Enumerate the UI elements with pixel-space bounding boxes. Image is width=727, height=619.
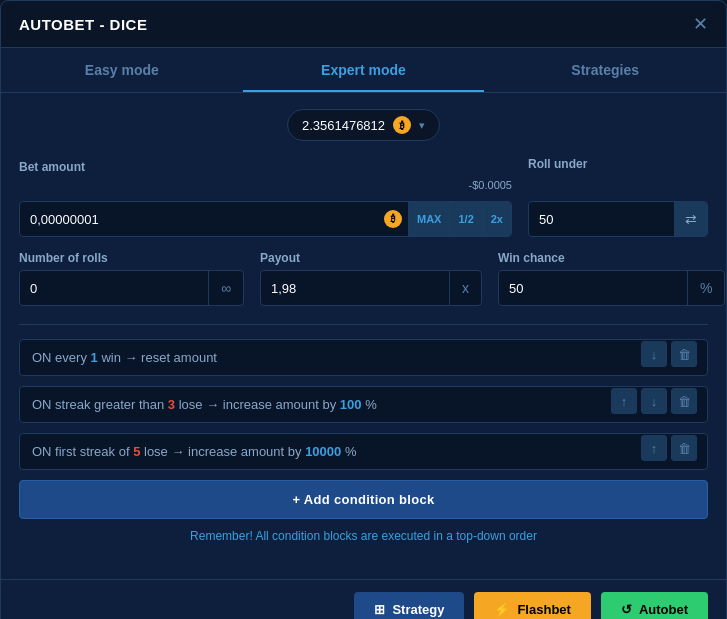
condition-block-2: ON streak greater than 3 lose → increase… <box>19 386 708 423</box>
coin-icon: ₿ <box>393 116 411 134</box>
strategy-label: Strategy <box>392 602 444 617</box>
close-button[interactable]: ✕ <box>693 15 708 33</box>
payout-input[interactable] <box>261 281 449 296</box>
infinity-symbol: ∞ <box>208 271 243 305</box>
autobet-modal: AUTOBET - DICE ✕ Easy mode Expert mode S… <box>0 0 727 619</box>
stats-row: Number of rolls ∞ Payout x Win chance % <box>19 251 708 306</box>
condition-3-delete-button[interactable]: 🗑 <box>671 435 697 461</box>
num-rolls-label: Number of rolls <box>19 251 244 265</box>
strategy-button[interactable]: ⊞ Strategy <box>354 592 464 619</box>
modal-footer: ⊞ Strategy ⚡ Flashbet ↺ Autobet <box>1 579 726 619</box>
half-button[interactable]: 1/2 <box>449 202 481 236</box>
condition-2-down-button[interactable]: ↓ <box>641 388 667 414</box>
tab-bar: Easy mode Expert mode Strategies <box>1 48 726 93</box>
num-rolls-input[interactable] <box>20 281 208 296</box>
tab-easy-mode[interactable]: Easy mode <box>1 48 243 92</box>
roll-under-input[interactable] <box>529 212 674 227</box>
balance-selector[interactable]: 2.3561476812 ₿ ▾ <box>287 109 440 141</box>
condition-block-1: ON every 1 win → reset amount ↓ 🗑 <box>19 339 708 376</box>
double-button[interactable]: 2x <box>482 202 511 236</box>
bet-hint: -$0.0005 <box>469 179 512 191</box>
roll-swap-button[interactable]: ⇄ <box>674 202 707 236</box>
tab-strategies[interactable]: Strategies <box>484 48 726 92</box>
condition-text-3: ON first streak of 5 lose → increase amo… <box>32 444 695 459</box>
bet-amount-group: Bet amount -$0.0005 ₿ MAX 1/2 2x <box>19 160 512 237</box>
bet-amount-input-row: ₿ MAX 1/2 2x <box>19 201 512 237</box>
condition-text-2: ON streak greater than 3 lose → increase… <box>32 397 695 412</box>
win-chance-label: Win chance <box>498 251 725 265</box>
bet-coin-icon: ₿ <box>384 210 402 228</box>
refresh-icon: ↺ <box>621 602 632 617</box>
roll-under-input-row: ⇄ <box>528 201 708 237</box>
bet-amount-input[interactable] <box>20 212 378 227</box>
condition-block-3: ON first streak of 5 lose → increase amo… <box>19 433 708 470</box>
chevron-down-icon: ▾ <box>419 119 425 132</box>
reminder-text: Remember! All condition blocks are execu… <box>19 529 708 543</box>
condition-1-down-button[interactable]: ↓ <box>641 341 667 367</box>
modal-body: 2.3561476812 ₿ ▾ Bet amount -$0.0005 ₿ M… <box>1 93 726 579</box>
payout-input-row: x <box>260 270 482 306</box>
num-rolls-input-row: ∞ <box>19 270 244 306</box>
bet-amount-label: Bet amount <box>19 160 512 174</box>
tab-expert-mode[interactable]: Expert mode <box>243 48 485 92</box>
bet-roll-row: Bet amount -$0.0005 ₿ MAX 1/2 2x Roll un… <box>19 157 708 237</box>
autobet-label: Autobet <box>639 602 688 617</box>
autobet-button[interactable]: ↺ Autobet <box>601 592 708 619</box>
add-condition-button[interactable]: + Add condition block <box>19 480 708 519</box>
strategy-icon: ⊞ <box>374 602 385 617</box>
condition-3-up-button[interactable]: ↑ <box>641 435 667 461</box>
flash-icon: ⚡ <box>494 602 510 617</box>
condition-2-up-button[interactable]: ↑ <box>611 388 637 414</box>
condition-2-delete-button[interactable]: 🗑 <box>671 388 697 414</box>
roll-under-group: Roll under ⇄ <box>528 157 708 237</box>
win-chance-input[interactable] <box>499 281 687 296</box>
max-button[interactable]: MAX <box>408 202 449 236</box>
flashbet-button[interactable]: ⚡ Flashbet <box>474 592 590 619</box>
num-rolls-group: Number of rolls ∞ <box>19 251 244 306</box>
condition-text-1: ON every 1 win → reset amount <box>32 350 695 365</box>
percent-symbol: % <box>687 271 724 305</box>
balance-value: 2.3561476812 <box>302 118 385 133</box>
modal-title: AUTOBET - DICE <box>19 16 147 33</box>
balance-row: 2.3561476812 ₿ ▾ <box>19 109 708 141</box>
swap-icon: ⇄ <box>685 211 697 227</box>
section-divider <box>19 324 708 325</box>
bet-hint-row: -$0.0005 <box>19 179 512 193</box>
win-chance-input-row: % <box>498 270 725 306</box>
payout-x-symbol: x <box>449 271 481 305</box>
payout-group: Payout x <box>260 251 482 306</box>
condition-2-actions: ↑ ↓ 🗑 <box>611 388 697 414</box>
payout-label: Payout <box>260 251 482 265</box>
condition-1-delete-button[interactable]: 🗑 <box>671 341 697 367</box>
condition-1-actions: ↓ 🗑 <box>641 341 697 367</box>
roll-under-label: Roll under <box>528 157 708 171</box>
condition-3-actions: ↑ 🗑 <box>641 435 697 461</box>
win-chance-group: Win chance % <box>498 251 725 306</box>
modal-header: AUTOBET - DICE ✕ <box>1 1 726 48</box>
flashbet-label: Flashbet <box>517 602 570 617</box>
